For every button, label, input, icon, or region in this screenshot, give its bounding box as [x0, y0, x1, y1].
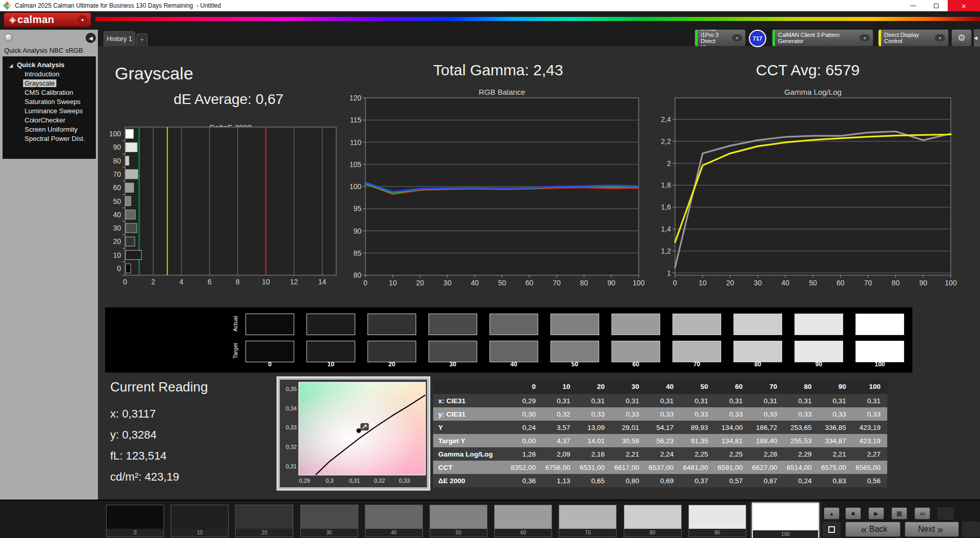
- actual-row-label: Actual: [232, 313, 239, 335]
- table-cell: 0,36: [508, 474, 542, 487]
- chevron-down-icon[interactable]: ▼: [732, 34, 742, 42]
- pattern-patch-button-50[interactable]: 50: [430, 505, 487, 537]
- tree-item-spectral-power-dist-[interactable]: Spectral Power Dist.: [3, 134, 96, 143]
- chevron-down-icon[interactable]: ▼: [935, 34, 945, 42]
- link-button[interactable]: ∞: [914, 507, 930, 520]
- tree-root-quick-analysis[interactable]: ◢ Quick Analysis: [3, 60, 96, 70]
- svg-text:90: 90: [607, 279, 616, 287]
- patch-level-label: 60: [495, 529, 552, 536]
- svg-text:100: 100: [350, 182, 362, 191]
- meter-badge[interactable]: 717: [749, 30, 766, 47]
- svg-text:2,2: 2,2: [661, 137, 671, 146]
- table-cell: 0,31: [818, 394, 852, 407]
- actual-swatch-70: [672, 314, 721, 335]
- svg-text:110: 110: [350, 138, 362, 147]
- minimize-button[interactable]: —: [902, 0, 925, 11]
- table-cell: 0,31: [611, 394, 646, 407]
- level-up-button[interactable]: ▲: [824, 507, 840, 520]
- table-header-cell: 70: [749, 379, 784, 394]
- pattern-patch-button-30[interactable]: 30: [300, 505, 358, 537]
- pattern-patch-button-70[interactable]: 70: [559, 505, 617, 537]
- pattern-patch-button-90[interactable]: 90: [688, 505, 746, 537]
- display-control-dropdown[interactable]: Direct Display Control ▼: [878, 29, 949, 47]
- svg-text:4: 4: [179, 278, 183, 286]
- tree-item-colorchecker[interactable]: ColorChecker: [3, 116, 96, 125]
- patch-level-label: 50: [430, 529, 487, 536]
- close-button[interactable]: ×: [948, 0, 980, 11]
- patch-level-label: 30: [301, 529, 358, 536]
- measurement-table: 0102030405060708090100x: CIE310,290,310,…: [433, 379, 887, 487]
- workflow-tree: ◢ Quick Analysis IntroductionGrayscaleCM…: [3, 56, 96, 159]
- svg-text:80: 80: [113, 157, 121, 165]
- toolbar-collapse-icon[interactable]: ◀: [974, 29, 980, 47]
- patch-level-label: 80: [624, 529, 681, 536]
- maximize-button[interactable]: [925, 0, 948, 11]
- tree-item-introduction[interactable]: Introduction: [3, 70, 96, 79]
- tree-item-screen-uniformity[interactable]: Screen Uniformity: [3, 125, 96, 134]
- table-cell: 6627,00: [749, 461, 784, 474]
- svg-text:50: 50: [113, 197, 121, 205]
- sidebar-collapse-icon[interactable]: ◀: [86, 33, 96, 43]
- sidebar-pin-icon[interactable]: [5, 33, 13, 42]
- reading-x: x: 0,3117: [110, 403, 208, 424]
- table-cell: 0,31: [853, 394, 887, 407]
- svg-text:80: 80: [580, 279, 588, 287]
- calman-window: Calman 2025 Calman Ultimate for Business…: [0, 0, 980, 538]
- tab-history-1[interactable]: History 1: [104, 31, 135, 46]
- back-button[interactable]: « Back: [845, 522, 901, 537]
- table-cell: 29,01: [611, 421, 646, 434]
- svg-text:0,31: 0,31: [349, 478, 360, 484]
- table-cell: 423,19: [853, 421, 887, 434]
- table-row-y-cie31: y: CIE310,300,320,330,330,330,330,330,33…: [433, 407, 887, 421]
- row-label: Target Y: [433, 434, 508, 447]
- swatch-level-label: 0: [246, 361, 294, 368]
- extra-top-button[interactable]: [937, 507, 954, 520]
- tree-item-luminance-sweeps[interactable]: Luminance Sweeps: [3, 107, 96, 116]
- pattern-patch-button-10[interactable]: 10: [171, 505, 229, 537]
- pattern-patch-button-60[interactable]: 60: [494, 505, 552, 537]
- table-row-y: Y0,243,5713,0929,0154,1789,93134,00186,7…: [433, 421, 887, 434]
- table-cell: 0,31: [749, 394, 784, 407]
- pattern-generator-dropdown[interactable]: CalMAN Client 3 Pattern Generator ▼: [772, 29, 873, 47]
- extra-bottom-button[interactable]: [962, 522, 980, 537]
- stop-button[interactable]: ■: [845, 507, 861, 520]
- pattern-patch-button-40[interactable]: 40: [365, 505, 423, 537]
- pattern-patch-button-80[interactable]: 80: [624, 505, 682, 537]
- table-cell: 3,57: [542, 421, 577, 434]
- svg-text:10: 10: [113, 251, 121, 259]
- table-cell: 89,93: [680, 421, 714, 434]
- play-button[interactable]: ▶: [868, 507, 884, 520]
- rainbow-spectrum-bar: [95, 17, 980, 21]
- meter-dropdown[interactable]: X-Rite i1Pro 3 Direct View ▼: [695, 29, 746, 47]
- swatch-level-label: 80: [733, 361, 782, 368]
- table-cell: 0,33: [749, 407, 784, 421]
- logo-dropdown-icon[interactable]: ▼: [78, 15, 87, 25]
- table-header-cell: 10: [542, 379, 577, 394]
- tree-expand-icon[interactable]: ◢: [9, 61, 13, 70]
- svg-text:8: 8: [236, 278, 240, 286]
- tree-item-cms-calibration[interactable]: CMS Calibration: [3, 88, 96, 97]
- svg-text:0,31: 0,31: [286, 463, 297, 469]
- chevron-down-icon[interactable]: ▼: [860, 34, 870, 42]
- pattern-window-button[interactable]: [823, 522, 841, 537]
- table-cell: 0,24: [508, 421, 542, 434]
- pattern-patch-button-0[interactable]: 0: [106, 505, 164, 537]
- svg-text:10: 10: [699, 279, 707, 287]
- tree-item-saturation-sweeps[interactable]: Saturation Sweeps: [3, 97, 96, 107]
- title-bar: Calman 2025 Calman Ultimate for Business…: [0, 0, 980, 11]
- add-tab-button[interactable]: +: [136, 33, 148, 46]
- table-cell: 54,17: [646, 421, 680, 434]
- svg-text:80: 80: [353, 271, 361, 279]
- settings-gear-button[interactable]: ⚙: [951, 29, 972, 47]
- svg-text:0,32: 0,32: [374, 478, 385, 484]
- calman-menu-button[interactable]: ◈ calman ▼: [4, 12, 91, 27]
- patch-level-label: 40: [365, 529, 422, 536]
- save-button[interactable]: ▦: [891, 507, 907, 520]
- next-button[interactable]: Next »: [905, 522, 959, 537]
- pattern-patch-button-100[interactable]: 100: [752, 503, 819, 538]
- tree-item-grayscale[interactable]: Grayscale: [3, 79, 96, 88]
- svg-text:1,6: 1,6: [661, 203, 671, 211]
- table-cell: 0,33: [611, 407, 646, 421]
- svg-text:12: 12: [290, 278, 298, 286]
- pattern-patch-button-20[interactable]: 20: [235, 505, 293, 537]
